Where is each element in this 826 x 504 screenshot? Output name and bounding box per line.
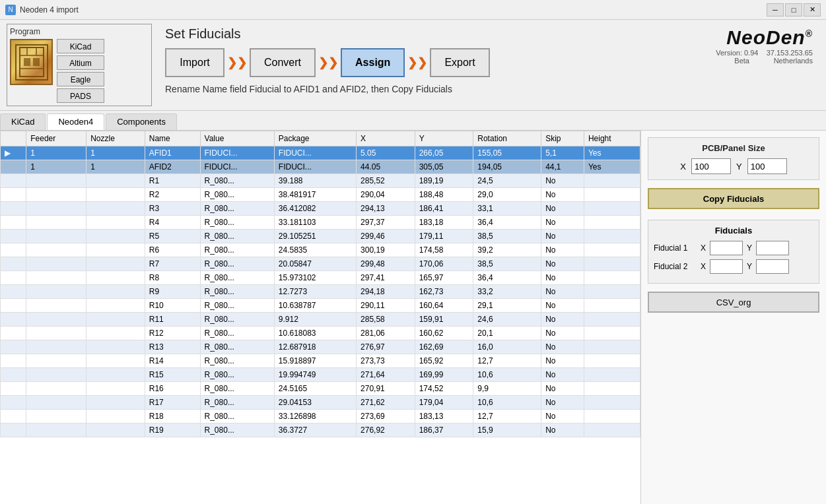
col-package: Package bbox=[274, 131, 356, 146]
table-cell: 1 bbox=[26, 160, 86, 174]
table-cell: 276,92 bbox=[357, 424, 415, 437]
table-cell bbox=[1, 327, 26, 340]
table-row[interactable]: ▶11AFID1FIDUCI...FIDUCI...5.05266,05155,… bbox=[1, 146, 640, 160]
table-row[interactable]: R7R_080...20.05847299,48170,0638,5No bbox=[1, 257, 640, 271]
table-cell: 12.7273 bbox=[274, 285, 356, 299]
table-cell: 162,69 bbox=[415, 340, 473, 354]
table-cell: 15.918897 bbox=[274, 354, 356, 368]
table-row[interactable]: R8R_080...15.973102297,41165,9736,4No bbox=[1, 271, 640, 285]
table-cell bbox=[1, 257, 26, 271]
table-row[interactable]: R6R_080...24.5835300,19174,5839,2No bbox=[1, 243, 640, 257]
table-row[interactable]: R1R_080...39.188285,52189,1924,5No bbox=[1, 174, 640, 188]
table-cell bbox=[584, 396, 640, 410]
table-cell bbox=[584, 410, 640, 424]
table-row[interactable]: R15R_080...19.994749271,64169,9910,6No bbox=[1, 368, 640, 382]
table-cell: R_080... bbox=[200, 354, 274, 368]
maximize-button[interactable]: □ bbox=[785, 3, 802, 16]
app-logo bbox=[10, 39, 53, 85]
table-cell: No bbox=[541, 368, 584, 382]
table-row[interactable]: R9R_080...12.7273294,18162,7333,2No bbox=[1, 285, 640, 299]
table-row[interactable]: R16R_080...24.5165270,91174,529,9No bbox=[1, 382, 640, 396]
pads-button[interactable]: PADS bbox=[57, 88, 104, 103]
tab-neoden4[interactable]: Neoden4 bbox=[47, 113, 104, 130]
wizard-subtitle: Rename Name field Fiducial to AFID1 and … bbox=[165, 84, 681, 94]
fiducial-2-x-input[interactable] bbox=[710, 259, 743, 274]
fiducial-1-y-input[interactable] bbox=[756, 241, 789, 255]
fiducial-2-y-input[interactable] bbox=[756, 259, 789, 274]
table-row[interactable]: R4R_080...33.181103297,37183,1836,4No bbox=[1, 216, 640, 230]
import-step-button[interactable]: Import bbox=[165, 48, 224, 77]
fiducial-1-row: Fiducial 1 X Y bbox=[654, 241, 813, 255]
table-row[interactable]: 11AFID2FIDUCI...FIDUCI...44.05305,05194,… bbox=[1, 160, 640, 174]
table-cell bbox=[584, 382, 640, 396]
convert-step-button[interactable]: Convert bbox=[250, 48, 316, 77]
table-cell: 12,7 bbox=[473, 410, 541, 424]
table-cell: 165,97 bbox=[415, 271, 473, 285]
table-row[interactable]: R12R_080...10.618083281,06160,6220,1No bbox=[1, 327, 640, 340]
table-cell: No bbox=[541, 313, 584, 327]
program-label: Program bbox=[10, 27, 149, 36]
eagle-button[interactable]: Eagle bbox=[57, 72, 104, 86]
fiducials-title: Fiducials bbox=[654, 226, 813, 236]
data-table-container[interactable]: Feeder Nozzle Name Value Package X Y Rot… bbox=[0, 131, 640, 504]
table-cell: ▶ bbox=[1, 146, 26, 160]
neoden-version-text: Version: 0.94 37.153.253.65 Beta Netherl… bbox=[716, 49, 813, 65]
kicad-button[interactable]: KiCad bbox=[57, 39, 104, 53]
table-cell bbox=[1, 271, 26, 285]
col-skip: Skip bbox=[541, 131, 584, 146]
csv-org-button[interactable]: CSV_org bbox=[648, 292, 819, 313]
table-cell bbox=[86, 424, 145, 437]
tab-kicad[interactable]: KiCad bbox=[0, 113, 46, 130]
table-cell: 155,05 bbox=[473, 146, 541, 160]
table-cell: R_080... bbox=[200, 285, 274, 299]
table-cell bbox=[86, 174, 145, 188]
table-row[interactable]: R11R_080...9.912285,58159,9124,6No bbox=[1, 313, 640, 327]
export-step-button[interactable]: Export bbox=[430, 48, 489, 77]
table-cell: No bbox=[541, 285, 584, 299]
close-button[interactable]: ✕ bbox=[804, 3, 821, 16]
svg-rect-3 bbox=[24, 58, 30, 66]
table-cell bbox=[86, 202, 145, 216]
table-cell: 160,62 bbox=[415, 327, 473, 340]
altium-button[interactable]: Altium bbox=[57, 55, 104, 70]
table-cell: 36.412082 bbox=[274, 202, 356, 216]
table-row[interactable]: R17R_080...29.04153271,62179,0410,6No bbox=[1, 396, 640, 410]
table-cell bbox=[584, 243, 640, 257]
table-cell: R7 bbox=[145, 257, 200, 271]
logo-inner bbox=[15, 44, 48, 80]
table-row[interactable]: R19R_080...36.3727276,92186,3715,9No bbox=[1, 424, 640, 437]
table-cell bbox=[1, 313, 26, 327]
table-cell bbox=[1, 382, 26, 396]
copy-fiducials-button[interactable]: Copy Fiducials bbox=[648, 188, 819, 209]
table-row[interactable]: R10R_080...10.638787290,11160,6429,1No bbox=[1, 299, 640, 313]
table-row[interactable]: R5R_080...29.105251299,46179,1138,5No bbox=[1, 230, 640, 243]
table-row[interactable]: R13R_080...12.687918276,97162,6916,0No bbox=[1, 340, 640, 354]
table-cell: 281,06 bbox=[357, 327, 415, 340]
table-cell: No bbox=[541, 410, 584, 424]
pcb-x-input[interactable] bbox=[691, 158, 731, 174]
minimize-button[interactable]: ─ bbox=[767, 3, 784, 16]
pcb-y-input[interactable] bbox=[747, 158, 787, 174]
table-row[interactable]: R2R_080...38.481917290,04188,4829,0No bbox=[1, 188, 640, 202]
table-cell bbox=[1, 410, 26, 424]
table-cell bbox=[86, 243, 145, 257]
table-cell: 266,05 bbox=[415, 146, 473, 160]
table-cell bbox=[1, 396, 26, 410]
program-buttons: KiCad Altium Eagle PADS bbox=[57, 39, 104, 103]
table-cell: Yes bbox=[584, 160, 640, 174]
table-cell: 294,13 bbox=[357, 202, 415, 216]
tab-components[interactable]: Components bbox=[106, 113, 177, 130]
table-cell bbox=[1, 299, 26, 313]
pcb-x-label: X bbox=[680, 162, 686, 172]
fiducial-1-x-input[interactable] bbox=[710, 241, 743, 255]
table-cell: Yes bbox=[584, 146, 640, 160]
table-row[interactable]: R18R_080...33.126898273,69183,1312,7No bbox=[1, 410, 640, 424]
table-row[interactable]: R14R_080...15.918897273,73165,9212,7No bbox=[1, 354, 640, 368]
table-cell: 189,19 bbox=[415, 174, 473, 188]
table-cell: 9,9 bbox=[473, 382, 541, 396]
fiducial-2-label: Fiducial 2 bbox=[654, 262, 697, 271]
table-cell: No bbox=[541, 243, 584, 257]
assign-step-button[interactable]: Assign bbox=[341, 48, 405, 77]
table-row[interactable]: R3R_080...36.412082294,13186,4133,1No bbox=[1, 202, 640, 216]
pcb-panel-section: PCB/Panel Size X Y bbox=[648, 137, 819, 180]
